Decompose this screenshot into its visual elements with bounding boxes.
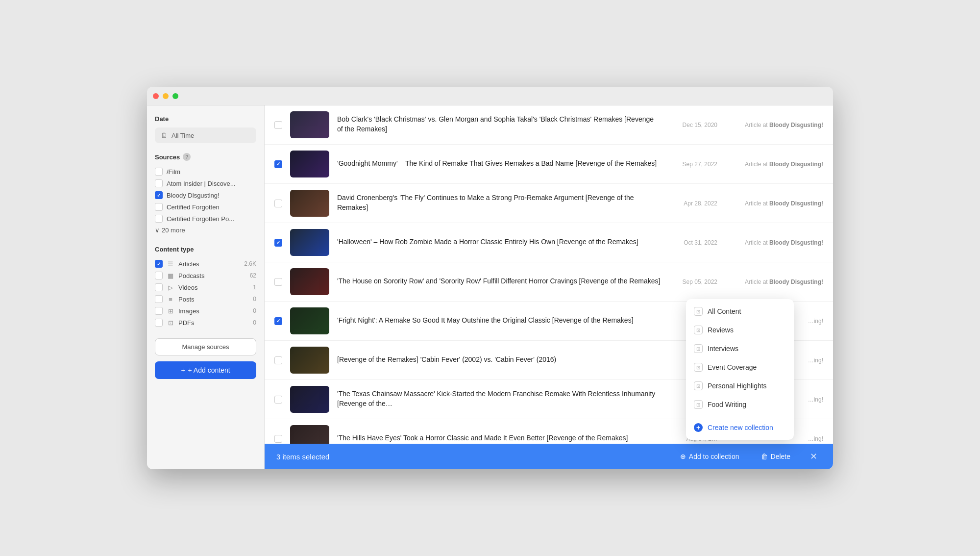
food-writing-icon: ⊡ xyxy=(694,400,703,409)
dropdown-item-all-content[interactable]: ⊡ All Content xyxy=(686,302,794,321)
article-row[interactable]: 'Halloween' – How Rob Zombie Made a Horr… xyxy=(265,223,833,262)
article-row[interactable]: 'Goodnight Mommy' – The Kind of Remake T… xyxy=(265,145,833,184)
article-checkbox-1[interactable] xyxy=(274,121,282,129)
dropdown-item-food-writing[interactable]: ⊡ Food Writing xyxy=(686,395,794,414)
article-thumbnail-6 xyxy=(290,307,329,334)
content-type-posts[interactable]: ≡ Posts 0 xyxy=(155,293,256,305)
article-checkbox-7[interactable] xyxy=(274,356,282,364)
ct-count-posts: 0 xyxy=(253,296,256,303)
article-row[interactable]: David Cronenberg's 'The Fly' Continues t… xyxy=(265,184,833,223)
sources-section: Sources ? /Film Atom Insider | Discove..… xyxy=(155,153,256,236)
chevron-down-icon: ∨ xyxy=(155,227,160,234)
content-type-images[interactable]: ⊞ Images 0 xyxy=(155,305,256,317)
source-checkbox-atom[interactable] xyxy=(155,179,163,187)
article-checkbox-6[interactable] xyxy=(274,317,282,325)
article-info-1: Bob Clark's 'Black Christmas' vs. Glen M… xyxy=(337,115,661,135)
delete-label: Delete xyxy=(771,453,790,460)
maximize-button[interactable] xyxy=(172,93,178,99)
interviews-icon: ⊡ xyxy=(694,344,703,353)
ct-checkbox-images[interactable] xyxy=(155,307,163,315)
posts-icon: ≡ xyxy=(167,296,174,303)
ct-label-posts: Posts xyxy=(178,296,249,303)
article-thumbnail-3 xyxy=(290,190,329,217)
article-date-5: Sep 05, 2022 xyxy=(668,278,717,285)
article-date-4: Oct 31, 2022 xyxy=(668,239,717,246)
ct-count-articles: 2.6K xyxy=(244,260,256,267)
source-checkbox-certified-po[interactable] xyxy=(155,215,163,223)
date-filter[interactable]: 🗓 All Time xyxy=(155,127,256,143)
article-checkbox-4[interactable] xyxy=(274,239,282,247)
source-checkbox-certified[interactable] xyxy=(155,203,163,211)
dropdown-label-personal-highlights: Personal Highlights xyxy=(708,382,767,390)
article-source-3: Article at Bloody Disgusting! xyxy=(725,200,823,207)
ct-checkbox-posts[interactable] xyxy=(155,295,163,303)
content-type-articles[interactable]: ☰ Articles 2.6K xyxy=(155,258,256,270)
dropdown-item-reviews[interactable]: ⊡ Reviews xyxy=(686,321,794,339)
sidebar: Date 🗓 All Time Sources ? /Film Atom Ins… xyxy=(147,105,265,469)
create-new-collection-label: Create new collection xyxy=(708,424,773,431)
content-type-podcasts[interactable]: ▦ Podcasts 62 xyxy=(155,270,256,281)
source-item-bloody[interactable]: Bloody Disgusting! xyxy=(155,189,256,201)
source-checkbox-film[interactable] xyxy=(155,168,163,176)
ct-checkbox-articles[interactable] xyxy=(155,260,163,268)
ct-checkbox-videos[interactable] xyxy=(155,283,163,291)
article-info-4: 'Halloween' – How Rob Zombie Made a Horr… xyxy=(337,237,661,248)
article-checkbox-9[interactable] xyxy=(274,435,282,443)
images-icon: ⊞ xyxy=(167,307,174,315)
source-item-film[interactable]: /Film xyxy=(155,166,256,177)
main-content: Date 🗓 All Time Sources ? /Film Atom Ins… xyxy=(147,105,833,469)
source-label-atom: Atom Insider | Discove... xyxy=(167,180,236,187)
article-checkbox-2[interactable] xyxy=(274,160,282,168)
content-type-videos[interactable]: ▷ Videos 1 xyxy=(155,281,256,293)
article-checkbox-5[interactable] xyxy=(274,278,282,286)
article-info-6: 'Fright Night': A Remake So Good It May … xyxy=(337,316,661,327)
show-more-sources[interactable]: ∨ 20 more xyxy=(155,225,256,236)
source-item-certified[interactable]: Certified Forgotten xyxy=(155,201,256,213)
ct-count-podcasts: 62 xyxy=(250,272,256,279)
dropdown-item-interviews[interactable]: ⊡ Interviews xyxy=(686,339,794,358)
manage-sources-button[interactable]: Manage sources xyxy=(155,338,256,355)
add-content-label: + Add content xyxy=(188,366,230,374)
help-icon[interactable]: ? xyxy=(183,153,191,161)
add-to-collection-icon: ⊕ xyxy=(680,453,686,460)
article-info-5: 'The House on Sorority Row' and 'Sororit… xyxy=(337,277,661,287)
selected-count: 3 items selected xyxy=(276,453,664,461)
article-date-1: Dec 15, 2020 xyxy=(668,122,717,128)
article-thumbnail-7 xyxy=(290,347,329,374)
source-checkbox-bloody[interactable] xyxy=(155,191,163,199)
article-info-8: 'The Texas Chainsaw Massacre' Kick-Start… xyxy=(337,389,661,409)
app-window: Date 🗓 All Time Sources ? /Film Atom Ins… xyxy=(147,87,833,469)
ct-checkbox-pdfs[interactable] xyxy=(155,319,163,327)
close-button[interactable] xyxy=(153,93,159,99)
date-section-title: Date xyxy=(155,115,256,123)
article-source-2: Article at Bloody Disgusting! xyxy=(725,161,823,168)
dropdown-item-personal-highlights[interactable]: ⊡ Personal Highlights xyxy=(686,377,794,395)
dropdown-label-reviews: Reviews xyxy=(708,326,734,334)
article-row[interactable]: Bob Clark's 'Black Christmas' vs. Glen M… xyxy=(265,105,833,145)
article-thumbnail-1 xyxy=(290,111,329,138)
add-to-collection-button[interactable]: ⊕ Add to collection xyxy=(674,450,745,463)
dropdown-label-all-content: All Content xyxy=(708,307,741,315)
collection-dropdown: ⊡ All Content ⊡ Reviews ⊡ Interviews ⊡ E… xyxy=(686,299,794,440)
article-checkbox-8[interactable] xyxy=(274,396,282,404)
ct-count-images: 0 xyxy=(253,307,256,314)
article-row[interactable]: 'The House on Sorority Row' and 'Sororit… xyxy=(265,262,833,302)
ct-count-videos: 1 xyxy=(253,284,256,291)
article-title-4: 'Halloween' – How Rob Zombie Made a Horr… xyxy=(337,237,661,247)
article-info-9: 'The Hills Have Eyes' Took a Horror Clas… xyxy=(337,433,661,444)
ct-label-pdfs: PDFs xyxy=(178,319,249,327)
dropdown-item-event-coverage[interactable]: ⊡ Event Coverage xyxy=(686,358,794,377)
minimize-button[interactable] xyxy=(163,93,169,99)
article-date-2: Sep 27, 2022 xyxy=(668,161,717,168)
create-new-collection-item[interactable]: + Create new collection xyxy=(686,418,794,437)
delete-button[interactable]: 🗑 Delete xyxy=(755,450,796,463)
source-item-certified-po[interactable]: Certified Forgotten Po... xyxy=(155,213,256,225)
bottom-close-button[interactable]: ✕ xyxy=(806,449,821,464)
ct-label-videos: Videos xyxy=(178,284,249,291)
source-item-atom[interactable]: Atom Insider | Discove... xyxy=(155,177,256,189)
add-content-button[interactable]: + + Add content xyxy=(155,361,256,379)
article-title-8: 'The Texas Chainsaw Massacre' Kick-Start… xyxy=(337,389,661,408)
article-checkbox-3[interactable] xyxy=(274,200,282,207)
content-type-pdfs[interactable]: ⊡ PDFs 0 xyxy=(155,317,256,329)
ct-checkbox-podcasts[interactable] xyxy=(155,272,163,279)
